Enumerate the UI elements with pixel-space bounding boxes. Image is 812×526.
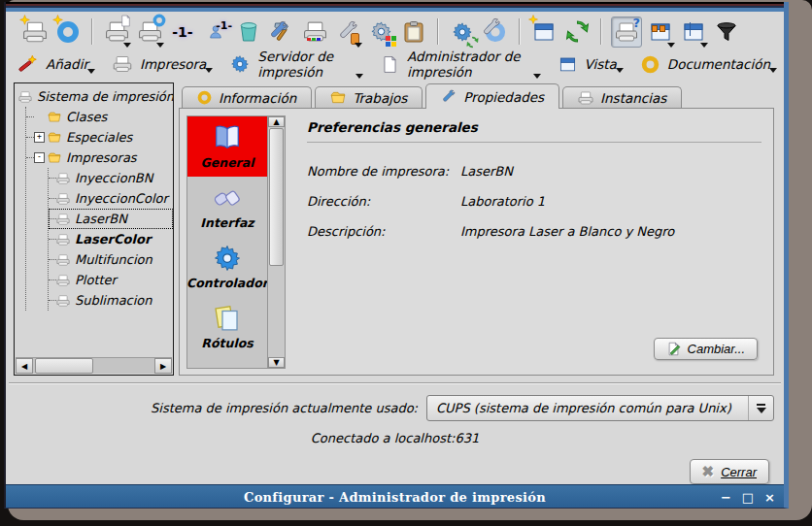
cambiar-button[interactable]: Cambiar... (654, 338, 758, 360)
collapse-icon[interactable]: - (34, 152, 45, 163)
maximize-button[interactable]: □ (742, 490, 754, 505)
add-class-wizard-icon[interactable] (53, 17, 83, 47)
scroll-left-button[interactable]: ◀ (16, 358, 33, 374)
tab-propiedades[interactable]: Propiedades (425, 83, 559, 109)
filter-funnel-icon[interactable] (712, 17, 741, 47)
printer-tools-icon[interactable] (333, 17, 362, 47)
scrollbar-thumb[interactable] (35, 358, 93, 374)
menu-documentacion[interactable]: Documentación (641, 55, 778, 74)
scrollbar-thumb[interactable] (269, 128, 284, 266)
pane-header: Preferencias generales (307, 119, 761, 143)
tree-item-lasercolor[interactable]: LaserColor (49, 229, 173, 249)
configuration-wizard-icon[interactable] (529, 17, 558, 47)
set-local-default-icon[interactable]: -1- (168, 17, 197, 47)
printer-tree-panel: Sistema de impresión Clases + Especiales (14, 82, 174, 376)
folder-icon (48, 151, 61, 165)
tree-item-multifuncion[interactable]: Multifuncion (49, 249, 173, 270)
printer-icon (56, 172, 70, 185)
folder-icon (48, 111, 61, 124)
menu-administrador-impresion[interactable]: Administrador de impresión (381, 49, 541, 80)
toolbar-separator (519, 18, 521, 45)
category-general[interactable]: General (187, 116, 267, 177)
printer-detail-section: Información Trabajos Propiedades Instanc… (179, 82, 774, 376)
category-vertical-scrollbar[interactable]: ▲ ▼ (267, 115, 286, 369)
category-rotulos[interactable]: Rótulos (187, 297, 267, 357)
gear-icon (230, 54, 250, 74)
category-interfaz[interactable]: Interfaz (187, 177, 267, 237)
tree-root-sistema[interactable]: Sistema de impresión (18, 86, 173, 107)
restart-server-icon[interactable] (448, 17, 477, 47)
separator-line (9, 382, 781, 384)
expand-icon[interactable]: + (34, 132, 45, 143)
propiedades-panel: General Interfaz Controlador (179, 108, 774, 376)
test-printer-icon[interactable] (300, 17, 329, 47)
add-printer-wizard-icon[interactable] (20, 17, 50, 47)
category-listbox: General Interfaz Controlador (186, 115, 286, 369)
printer-icon (18, 90, 32, 104)
print-system-combobox[interactable]: CUPS (sistema de impresión común para Un… (426, 395, 774, 421)
gear-icon (212, 244, 243, 273)
toolbar-separator (600, 18, 602, 45)
plug-icon (211, 183, 244, 213)
menu-impresora[interactable]: Impresora (113, 54, 214, 74)
connection-status: Conectado a localhost:631 (6, 431, 784, 445)
cerrar-button[interactable]: ✖ Cerrar (690, 459, 769, 484)
book-icon (211, 123, 244, 152)
printer-icon (56, 213, 70, 226)
screenshot-root: -1- -1- (0, 0, 812, 526)
menu-servidor-impresion[interactable]: Servidor de impresión (230, 49, 364, 80)
close-button[interactable]: × (764, 490, 775, 505)
orientation-view-icon[interactable] (646, 17, 675, 47)
printer-icon (56, 253, 70, 267)
tree-item-laserbn[interactable]: LaserBN (49, 209, 173, 229)
tree-item-especiales[interactable]: + Especiales (26, 127, 173, 148)
tree-item-inyeccioncolor[interactable]: InyeccionColor (49, 188, 173, 209)
driver-settings-icon[interactable] (366, 17, 395, 47)
tree-item-plotter[interactable]: Plotter (49, 270, 173, 290)
window-top-border (6, 2, 784, 12)
printer-icon (56, 233, 70, 247)
category-controlador[interactable]: Controlador (187, 237, 267, 297)
details-view-icon[interactable] (679, 17, 708, 47)
print-test-page-icon[interactable] (102, 17, 131, 47)
scroll-up-button[interactable]: ▲ (268, 116, 285, 127)
tab-trabajos[interactable]: Trabajos (315, 86, 423, 108)
printer-information-toggle-icon[interactable]: ? (611, 16, 642, 48)
minimize-button[interactable]: − (721, 490, 731, 505)
action-menubar: Añadir Impresora Servidor de impresión A… (6, 49, 784, 81)
print-manager-window: -1- -1- (4, 2, 789, 509)
tree-item-sublimacion[interactable]: Sublimacion (49, 290, 173, 311)
tree-item-clases[interactable]: Clases (26, 107, 173, 127)
tab-instancias[interactable]: Instancias (562, 86, 682, 108)
scroll-down-button[interactable]: ▼ (268, 357, 285, 368)
tab-informacion[interactable]: Información (182, 86, 312, 108)
printer-icon (56, 274, 70, 287)
remove-printer-trash-icon[interactable] (234, 17, 263, 47)
edit-document-icon (666, 342, 681, 356)
window-titlebar[interactable]: Configurar - Administrador de impresión … (6, 484, 784, 509)
refresh-view-icon[interactable] (562, 17, 592, 47)
combobox-arrow-icon[interactable] (748, 396, 773, 420)
configure-server-icon[interactable] (481, 17, 510, 47)
window-title: Configurar - Administrador de impresión (6, 490, 784, 505)
field-descripcion: Descripción: Impresora Laser a Blanco y … (307, 224, 761, 239)
set-user-default-icon[interactable]: -1- (201, 17, 230, 47)
menu-vista[interactable]: Vista (558, 55, 625, 74)
printer-icon (56, 192, 70, 206)
print-system-label: Sistema de impresión actualmente usado: (151, 401, 418, 415)
job-viewer-clipboard-icon[interactable] (399, 17, 428, 47)
tree-horizontal-scrollbar[interactable]: ◀ ▶ (16, 357, 172, 374)
printer-configuration-icon[interactable] (135, 17, 164, 47)
menu-anadir[interactable]: Añadir (17, 54, 96, 75)
scroll-right-button[interactable]: ▶ (154, 358, 172, 374)
modify-printer-tools-icon[interactable] (267, 17, 296, 47)
print-system-row: Sistema de impresión actualmente usado: … (6, 395, 784, 421)
close-x-icon: ✖ (702, 463, 715, 480)
printer-icon (56, 294, 70, 308)
general-preferences-pane: Preferencias generales Nombre de impreso… (286, 115, 767, 369)
tab-bar: Información Trabajos Propiedades Instanc… (179, 82, 774, 108)
help-ring-icon (641, 55, 660, 74)
category-list: General Interfaz Controlador (186, 115, 267, 369)
tree-item-inyeccionbn[interactable]: InyeccionBN (49, 168, 173, 188)
tree-item-impresoras[interactable]: - Impresoras (26, 148, 173, 168)
